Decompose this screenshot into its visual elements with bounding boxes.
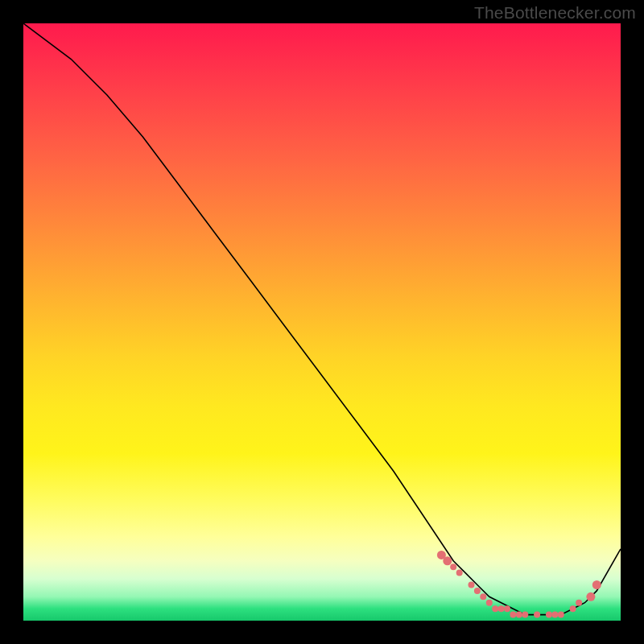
data-point xyxy=(469,582,475,588)
data-point xyxy=(516,612,522,618)
data-point xyxy=(576,600,582,606)
watermark-label: TheBottlenecker.com xyxy=(474,3,636,23)
data-point xyxy=(492,605,498,612)
data-point xyxy=(522,612,528,618)
chart-area xyxy=(23,23,621,621)
data-point xyxy=(551,612,558,618)
data-point xyxy=(558,612,564,618)
data-point xyxy=(510,612,516,618)
data-point xyxy=(486,600,493,606)
data-point xyxy=(504,605,510,612)
data-point xyxy=(586,592,595,601)
data-point xyxy=(450,564,456,570)
data-point xyxy=(443,556,452,565)
data-point xyxy=(592,580,601,589)
data-point xyxy=(498,605,505,612)
data-point xyxy=(534,612,540,618)
data-point xyxy=(480,593,486,600)
data-point xyxy=(546,612,552,618)
bottleneck-curve xyxy=(23,23,621,615)
data-points-group xyxy=(437,551,601,618)
chart-overlay-svg xyxy=(23,23,621,621)
data-point xyxy=(474,588,481,594)
data-point xyxy=(456,570,463,576)
data-point xyxy=(570,605,576,612)
